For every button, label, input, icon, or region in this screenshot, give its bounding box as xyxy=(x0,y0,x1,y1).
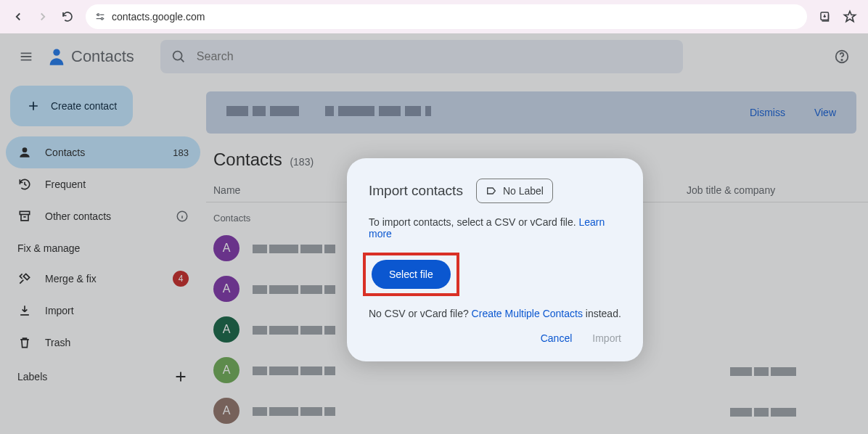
select-file-highlight: Select file xyxy=(363,253,459,296)
dialog-description: To import contacts, select a CSV or vCar… xyxy=(369,216,621,239)
address-bar[interactable]: contacts.google.com xyxy=(86,4,807,29)
site-settings-icon[interactable] xyxy=(94,11,106,22)
create-multiple-link[interactable]: Create Multiple Contacts xyxy=(472,308,583,319)
svg-point-0 xyxy=(97,14,99,16)
install-app-icon[interactable] xyxy=(814,6,836,28)
back-button[interactable] xyxy=(7,6,29,28)
dialog-alt: No CSV or vCard file? Create Multiple Co… xyxy=(369,308,621,319)
forward-button[interactable] xyxy=(32,6,54,28)
browser-toolbar: contacts.google.com xyxy=(0,0,868,33)
dialog-title: Import contacts xyxy=(369,183,463,199)
url-text: contacts.google.com xyxy=(112,11,205,22)
label-selector[interactable]: No Label xyxy=(476,179,553,203)
label-text: No Label xyxy=(503,185,544,197)
import-dialog: Import contacts No Label To import conta… xyxy=(347,158,643,361)
import-button[interactable]: Import xyxy=(592,332,621,344)
reload-button[interactable] xyxy=(57,6,78,28)
select-file-button[interactable]: Select file xyxy=(372,260,451,289)
cancel-button[interactable]: Cancel xyxy=(541,332,573,344)
svg-point-1 xyxy=(101,17,103,20)
label-icon xyxy=(486,185,497,197)
bookmark-icon[interactable] xyxy=(839,6,861,28)
